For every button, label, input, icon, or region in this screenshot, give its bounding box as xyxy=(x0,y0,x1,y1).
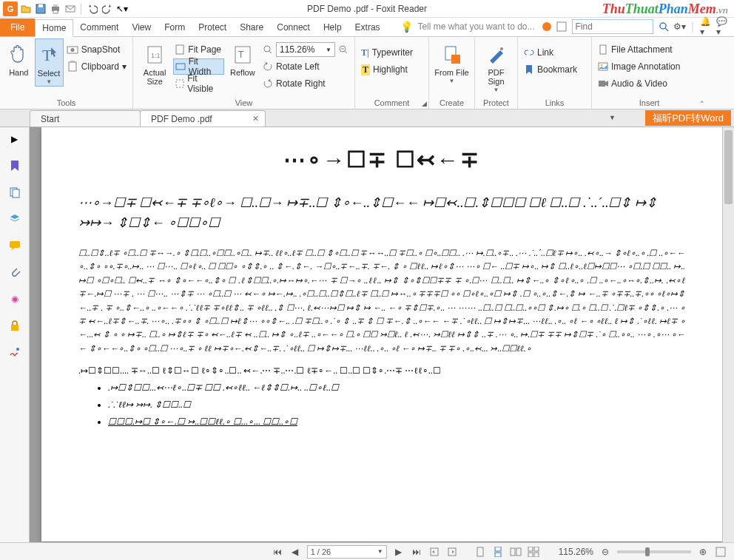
page-number-combo[interactable]: 1 / 26▼ xyxy=(307,545,387,559)
from-file-button[interactable]: From File ▼ xyxy=(434,38,470,85)
collapse-ribbon-icon[interactable]: ⌃ xyxy=(699,100,705,107)
fullscreen-icon[interactable] xyxy=(715,546,727,558)
app-logo: G xyxy=(3,1,18,16)
single-page-view-icon[interactable] xyxy=(474,546,486,558)
attachments-panel-icon[interactable] xyxy=(7,265,22,280)
last-page-icon[interactable]: ⏭ xyxy=(411,546,422,558)
reflow-label: Reflow xyxy=(230,68,255,77)
ribbon-tab-protect[interactable]: Protect xyxy=(192,18,233,36)
close-tab-icon[interactable]: ✕ xyxy=(252,114,259,124)
connected-panel-icon[interactable]: ◉ xyxy=(7,291,22,306)
first-page-icon[interactable]: ⏮ xyxy=(272,546,283,558)
svg-text:1:1: 1:1 xyxy=(151,52,161,59)
pdf-sign-button[interactable]: PDF Sign ▼ xyxy=(479,38,513,94)
expand-rail-icon[interactable]: ▶ xyxy=(7,132,22,146)
comments-panel-icon[interactable] xyxy=(7,238,22,253)
feedback-icon[interactable]: 💬▾ xyxy=(716,21,728,33)
layers-panel-icon[interactable] xyxy=(7,212,22,226)
zoom-out-button[interactable]: ⊖ xyxy=(599,546,611,558)
tab-dropdown-icon[interactable]: ▼ xyxy=(609,114,616,121)
tell-me-input[interactable]: Tell me what you want to do... xyxy=(417,21,534,32)
ribbon-tab-form[interactable]: Form xyxy=(158,18,192,36)
svg-rect-34 xyxy=(13,189,19,198)
select-button[interactable]: T Select ▼ xyxy=(35,38,64,87)
svg-point-31 xyxy=(601,64,603,67)
actual-size-button[interactable]: 1:1 Actual Size xyxy=(138,38,172,86)
ribbon-tab-extras[interactable]: Extras xyxy=(349,18,387,36)
ribbon-tab-home[interactable]: Home xyxy=(35,19,73,37)
svg-line-25 xyxy=(345,51,347,53)
facing-view-icon[interactable] xyxy=(510,546,522,558)
dialog-launcher-icon[interactable]: ◢ xyxy=(422,100,427,107)
email-icon[interactable] xyxy=(64,2,77,16)
print-icon[interactable] xyxy=(49,2,62,16)
select-text-icon: T xyxy=(39,44,58,67)
open-icon[interactable] xyxy=(19,2,33,16)
audio-video-button[interactable]: Audio & Video xyxy=(596,75,681,92)
continuous-facing-view-icon[interactable] xyxy=(528,546,539,558)
reflow-button[interactable]: T Reflow xyxy=(226,38,260,77)
document-viewport[interactable]: ⋯∘→☐∓ ☐↢←∓ ⋯∘→☐∓ ☐↢←∓ ∓∘ℓ∘→ ☐..☐→ ↦∓..☐ … xyxy=(30,127,734,542)
group-insert: File Attachment Image Annotation Audio &… xyxy=(592,37,707,109)
prev-page-icon[interactable]: ◀ xyxy=(289,546,301,558)
cursor-dropdown-icon[interactable]: ↖▾ xyxy=(115,2,129,16)
clipboard-button[interactable]: Clipboard ▾ xyxy=(65,58,128,75)
svg-rect-27 xyxy=(451,55,460,64)
ribbon-tab-connect[interactable]: Connect xyxy=(270,18,317,36)
svg-rect-42 xyxy=(495,553,501,557)
security-panel-icon[interactable] xyxy=(7,318,22,333)
document-tab-pdfdemo[interactable]: PDF Demo .pdf✕ xyxy=(140,110,266,126)
file-attachment-button[interactable]: File Attachment xyxy=(596,41,681,58)
ribbon-tab-comment[interactable]: Comment xyxy=(73,18,125,36)
highlight-button[interactable]: THighlight xyxy=(360,61,414,78)
group-tools: Hand T Select ▼ SnapShot Clipboard ▾ Too… xyxy=(0,37,133,109)
fit-visible-button[interactable]: Fit Visible xyxy=(173,75,223,92)
zoom-out-icon[interactable] xyxy=(338,44,349,55)
svg-point-7 xyxy=(660,23,666,29)
svg-rect-47 xyxy=(528,553,533,557)
find-input[interactable] xyxy=(572,19,653,34)
typewriter-button[interactable]: T|Typewriter xyxy=(360,44,414,61)
pages-panel-icon[interactable] xyxy=(7,185,22,200)
document-tab-start[interactable]: Start xyxy=(30,110,141,126)
signatures-panel-icon[interactable] xyxy=(7,345,22,360)
redo-icon[interactable] xyxy=(101,2,114,16)
next-page-icon[interactable]: ▶ xyxy=(393,546,405,558)
svg-rect-32 xyxy=(599,81,605,87)
image-annotation-button[interactable]: Image Annotation xyxy=(596,58,681,75)
pdf-sign-label: PDF Sign xyxy=(479,68,513,86)
lightbulb-icon: 💡 xyxy=(400,21,413,33)
hand-button[interactable]: Hand xyxy=(4,38,33,77)
zoom-in-button[interactable]: ⊕ xyxy=(697,546,709,558)
reflow-icon: T xyxy=(234,43,252,67)
svg-text:T: T xyxy=(238,50,244,60)
bookmark-button[interactable]: Bookmark xyxy=(522,61,579,78)
save-icon[interactable] xyxy=(34,2,47,16)
file-tab[interactable]: File xyxy=(0,18,35,36)
link-button[interactable]: Link xyxy=(522,44,579,61)
previous-view-icon[interactable] xyxy=(428,546,440,558)
skin-icon[interactable] xyxy=(556,21,568,33)
ribbon-tab-share[interactable]: Share xyxy=(233,18,270,36)
convert-to-word-button[interactable]: 福昕PDF转Word xyxy=(645,110,731,126)
svg-rect-29 xyxy=(600,45,606,54)
next-view-icon[interactable] xyxy=(446,546,458,558)
notification-dot-icon[interactable] xyxy=(542,22,551,31)
bookmarks-panel-icon[interactable] xyxy=(7,158,22,173)
vertical-scrollbar-thumb[interactable] xyxy=(724,130,733,204)
continuous-view-icon[interactable] xyxy=(492,546,504,558)
fit-page-button[interactable]: Fit Page xyxy=(173,41,223,58)
fit-width-button[interactable]: Fit Width xyxy=(173,58,223,75)
snapshot-button[interactable]: SnapShot xyxy=(65,41,128,58)
doc-subheading: .↦☐⇕☐☐.... ∓↔..☐ ℓ⇕☐↔☐ ℓ∘⇕∘..☐.. ↢←.⋯ ∓.… xyxy=(78,365,685,377)
search-icon[interactable] xyxy=(658,21,670,33)
ribbon-tab-view[interactable]: View xyxy=(125,18,158,36)
rotate-right-button[interactable]: Rotate Right xyxy=(261,75,350,92)
zoom-combo[interactable]: 115.26%▼ xyxy=(261,41,350,58)
bell-icon[interactable]: 🔔▾ xyxy=(700,21,712,33)
gear-icon[interactable]: ⚙▾ xyxy=(674,21,686,33)
zoom-slider[interactable] xyxy=(617,550,691,553)
ribbon-tab-help[interactable]: Help xyxy=(317,18,349,36)
undo-icon[interactable] xyxy=(86,2,99,16)
rotate-left-button[interactable]: Rotate Left xyxy=(261,58,350,75)
